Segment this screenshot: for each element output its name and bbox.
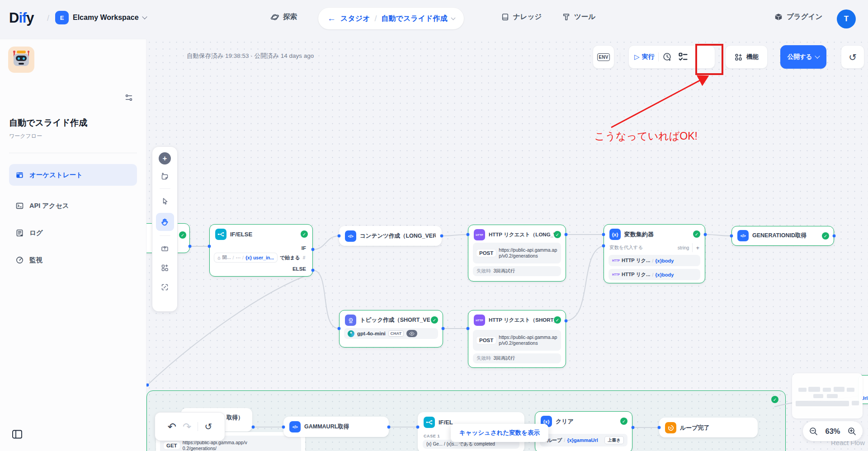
code-icon: </> (737, 230, 749, 241)
sidebar-item-logs[interactable]: ログ (9, 223, 137, 243)
run-button[interactable]: ▷ 実行 (634, 53, 655, 61)
branch-icon (215, 229, 226, 240)
eye-icon[interactable] (406, 330, 417, 337)
sidebar-item-orchestrate[interactable]: オーケストレート (9, 164, 137, 186)
cached-variables-tooltip[interactable]: キャッシュされた変数を表示 (451, 424, 548, 442)
app-title: 自動でスライド作成 (9, 117, 87, 129)
breadcrumb-studio[interactable]: スタジオ (340, 14, 370, 23)
path-separator: / (564, 437, 565, 443)
zoom-level[interactable]: 63% (825, 427, 840, 436)
retry-value: 3回再試行 (494, 355, 515, 362)
add-variable-button[interactable]: + (696, 244, 699, 251)
condition-hash: # (303, 255, 306, 260)
node-clear[interactable]: {x} クリア ✓ ∞ループ / {x}gammaUrl 上書き (535, 411, 632, 451)
request-url: https://public-api.gamma.app/v0.2/genera… (499, 247, 557, 259)
undo-redo-toolbar: ↶ ↷ ↺ (155, 413, 225, 441)
condition-chip[interactable]: ⌂ 開... / ⋯ / {x} user_in... (214, 253, 277, 262)
canvas-tool-palette: + (152, 147, 177, 311)
case-condition: {x} Ge... / {x}s... である completed (426, 441, 495, 447)
node-content-long[interactable]: </> コンテンツ作成（LONG_VER） (339, 226, 442, 246)
code-icon: </> (289, 421, 301, 432)
redo-icon[interactable]: ↷ (183, 422, 191, 432)
loop-success-check-icon: ✓ (771, 396, 778, 403)
success-check-icon: ✓ (822, 232, 829, 240)
condition-variable: {x} user_in... (245, 255, 274, 260)
add-node-button[interactable]: + (159, 152, 171, 164)
zoom-out-icon[interactable] (809, 427, 818, 436)
dify-logo[interactable]: Dify (9, 10, 34, 26)
success-check-icon: ✓ (431, 316, 438, 324)
request-url: https://public-api.gamma.app/v0.2/genera… (499, 334, 557, 346)
path-separator: / (242, 255, 244, 260)
chevron-down-icon (451, 15, 456, 20)
app-settings-icon[interactable] (124, 93, 134, 103)
add-note-icon[interactable] (157, 169, 173, 184)
user-avatar[interactable]: T (837, 9, 856, 28)
aggregator-row[interactable]: HTTP HTTP リク... / {x}body (609, 255, 700, 266)
http-mini-icon: HTTP (612, 259, 620, 262)
publish-label: 公開する (788, 53, 812, 61)
planet-icon (270, 13, 279, 22)
node-http-long[interactable]: HTTP HTTP リクエスト（LONG_VER） ✓ POST https:/… (468, 225, 566, 282)
node-title: 変数集約器 (624, 230, 654, 239)
book-icon (501, 13, 509, 21)
back-arrow-icon[interactable]: ← (327, 14, 336, 23)
export-image-icon[interactable] (157, 240, 173, 256)
nav-plugins[interactable]: プラグイン (774, 12, 822, 22)
retry-value: 3回再試行 (494, 268, 515, 274)
zoom-in-icon[interactable] (847, 427, 857, 436)
sidebar-divider (9, 153, 137, 153)
sidebar-item-label: API アクセス (29, 202, 69, 210)
nav-explore[interactable]: 探索 (270, 12, 297, 22)
sidebar-item-label: 監視 (29, 256, 42, 264)
aggregator-row[interactable]: HTTP HTTP リク... / {x}body (609, 269, 700, 280)
publish-button[interactable]: 公開する (780, 45, 826, 69)
node-http-short[interactable]: HTTP HTTP リクエスト（SHORT_VER） ✓ POST https:… (468, 310, 566, 368)
success-check-icon: ✓ (693, 230, 700, 238)
success-check-icon: ✓ (554, 231, 561, 238)
organize-blocks-icon[interactable] (157, 260, 173, 275)
plugin-box-icon (774, 13, 783, 22)
node-generation-id[interactable]: </> GENERATIONID取得 ✓ (731, 226, 834, 246)
checklist-icon[interactable] (678, 52, 689, 62)
annotation-text: こうなっていればOK! (594, 129, 698, 143)
node-if-else[interactable]: IF/ELSE ✓ IF ⌂ 開... / ⋯ / {x} user_in...… (209, 224, 313, 277)
studio-breadcrumb[interactable]: ← スタジオ / 自動でスライド作成 (318, 8, 464, 29)
nav-tools[interactable]: ツール (562, 12, 595, 22)
sidebar-item-api-access[interactable]: API アクセス (9, 196, 137, 216)
fit-view-icon[interactable] (157, 279, 173, 295)
toolbar-divider (620, 52, 620, 61)
monitor-gauge-icon (15, 256, 24, 264)
assign-label: 変数を代入する (609, 244, 643, 251)
workspace-selector[interactable]: E Elcamy Workspace (55, 11, 146, 24)
minimap[interactable] (792, 373, 863, 418)
node-gamma-url[interactable]: </> GAMMAURL取得 (283, 417, 389, 437)
node-loop-done[interactable]: ループ完了 (659, 418, 758, 437)
features-button[interactable]: 機能 (725, 45, 768, 69)
env-button[interactable]: ENV (593, 45, 614, 69)
nav-knowledge[interactable]: ナレッジ (501, 12, 542, 22)
http-mini-icon: HTTP (612, 273, 620, 276)
success-check-icon: ✓ (179, 231, 186, 239)
run-history-icon[interactable] (662, 52, 672, 62)
undo-icon[interactable]: ↶ (168, 422, 176, 432)
node-title: 取得） (226, 414, 244, 422)
version-history-button[interactable]: ↺ (841, 45, 864, 69)
model-name: gpt-4o-mini (357, 331, 386, 336)
app-icon[interactable] (8, 47, 34, 73)
change-history-icon[interactable]: ↺ (204, 422, 212, 431)
node-title: IF/ELSE (230, 231, 252, 238)
collapse-panel-icon[interactable] (12, 429, 23, 439)
hand-tool-icon[interactable] (156, 213, 174, 231)
node-topic-short[interactable]: トピック作成（SHORT_VER） ✓ * gpt-4o-mini CHAT (339, 310, 443, 348)
sidebar-item-monitoring[interactable]: 監視 (9, 250, 137, 270)
retry-label: 失敗時 (476, 268, 491, 274)
pointer-tool-icon[interactable] (157, 193, 173, 209)
node-title: HTTP リクエスト（SHORT_VER） (489, 317, 560, 324)
node-variable-aggregator[interactable]: {x} 変数集約器 ✓ 変数を代入する string + HTTP HTTP リ… (604, 224, 705, 283)
workspace-avatar: E (55, 11, 69, 24)
breadcrumb-app-name[interactable]: 自動でスライド作成 (382, 14, 448, 23)
annotation-highlight-box (695, 44, 723, 75)
chevron-down-icon (815, 53, 820, 58)
node-title: トピック作成（SHORT_VER） (360, 316, 430, 324)
